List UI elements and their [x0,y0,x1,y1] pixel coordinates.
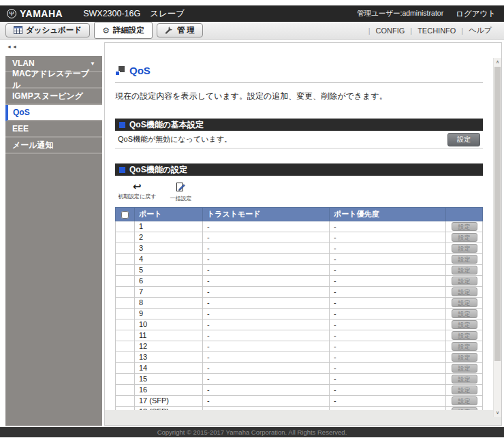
priority-cell: - [330,374,446,385]
sidebar-item-label: QoS [13,108,30,117]
section-title: QoS機能の基本設定 [129,119,204,131]
page-title: QoS [129,65,151,76]
scroll-thumb[interactable] [494,67,501,361]
trust-mode-cell: - [203,341,330,352]
column-header-actions [446,208,483,221]
port-cell: 14 [135,363,203,374]
bulk-configure-button[interactable]: 一括設定 [170,182,191,202]
scroll-down-icon[interactable]: ∨ [494,409,501,417]
trust-mode-cell: - [203,254,330,265]
copyright-text: Copyright © 2015-2017 Yamaha Corporation… [157,428,347,436]
restore-defaults-button[interactable]: ↩ 初期設定に戻す [118,182,156,202]
row-select-cell [116,363,135,374]
priority-cell: - [330,341,446,352]
panel-bottom-strip [105,410,501,425]
row-settings-button[interactable]: 設定 [452,331,477,340]
table-row: 8 - - 設定 [116,298,483,309]
port-cell: 15 [135,374,203,385]
row-settings-button[interactable]: 設定 [452,396,477,405]
table-row: 5 - - 設定 [116,265,483,276]
tab-label: 詳細設定 [113,25,144,35]
row-settings-button[interactable]: 設定 [452,353,477,362]
trust-mode-cell: - [203,221,330,232]
row-settings-button[interactable]: 設定 [452,244,477,253]
table-row: 11 - - 設定 [116,330,483,341]
row-select-cell [116,319,135,330]
chevron-down-icon: ▼ [90,61,95,67]
tab-dashboard[interactable]: ダッシュボード [5,23,90,37]
tab-label: 管 理 [177,25,195,35]
select-all-checkbox[interactable] [121,211,129,219]
qos-status-text: QoS機能が無効になっています。 [118,134,232,144]
link-techinfo[interactable]: TECHINFO [412,27,461,35]
column-header-trust-mode: トラストモード [203,208,330,221]
port-table-body: 1 - - 設定 2 - - 設定 3 - - 設定 4 - - 設定 5 - … [116,221,483,411]
row-settings-button[interactable]: 設定 [452,233,477,242]
section-title: QoS機能の設定 [129,164,187,176]
basic-settings-row: QoS機能が無効になっています。 設定 [115,131,483,148]
tab-advanced-settings[interactable]: ⚙ 詳細設定 [94,22,153,39]
row-settings-button[interactable]: 設定 [452,222,477,231]
link-help[interactable]: ヘルプ [463,25,497,35]
table-row: 14 - - 設定 [116,363,483,374]
row-settings-button[interactable]: 設定 [452,309,477,318]
basic-settings-button[interactable]: 設定 [447,133,480,146]
row-settings-button[interactable]: 設定 [452,277,477,285]
sidebar-item-eee[interactable]: EEE [5,121,102,138]
trust-mode-cell: - [203,276,330,287]
priority-cell: - [330,330,446,341]
row-settings-button[interactable]: 設定 [452,364,477,373]
port-cell: 4 [135,254,203,265]
row-settings-button[interactable]: 設定 [452,298,477,307]
priority-cell: - [330,265,446,276]
port-cell: 12 [135,341,203,352]
row-settings-button[interactable]: 設定 [452,407,477,410]
scroll-up-icon[interactable]: ∧ [494,58,501,66]
tool-label: 初期設定に戻す [118,193,156,200]
sidebar-item-label: IGMPスヌーピング [12,91,83,102]
row-select-cell [116,407,135,411]
row-select-cell [116,298,135,309]
column-header-priority: ポート優先度 [330,208,446,221]
port-cell: 3 [135,243,203,254]
port-cell: 5 [135,265,203,276]
priority-cell: - [330,232,446,243]
tool-label: 一括設定 [170,195,191,202]
tab-management[interactable]: 管 理 [157,23,203,37]
tab-bar: ダッシュボード ⚙ 詳細設定 管 理 | CONFIG | TECHINFO |… [0,22,504,40]
sidebar-item-mail-notification[interactable]: メール通知 [5,138,102,154]
trust-mode-cell: - [203,363,330,374]
row-settings-button[interactable]: 設定 [452,287,477,296]
table-row: 17 (SFP) - - 設定 [116,396,483,407]
footer: Copyright © 2015-2017 Yamaha Corporation… [0,427,504,437]
sidebar-collapse-button[interactable]: ◄◄ [7,44,18,49]
row-settings-button[interactable]: 設定 [452,320,477,329]
sidebar-item-mac-address-table[interactable]: MACアドレステーブル [5,72,102,89]
row-select-cell [116,374,135,385]
link-config[interactable]: CONFIG [370,27,410,35]
row-settings-button[interactable]: 設定 [452,266,477,275]
row-settings-button[interactable]: 設定 [452,255,477,264]
row-select-cell [116,330,135,341]
row-settings-button[interactable]: 設定 [452,342,477,351]
bulk-edit-icon [176,182,186,193]
scrollbar[interactable]: ∧ ∨ [493,58,501,417]
reset-icon: ↩ [133,182,142,191]
section-bullet-icon [119,167,125,173]
sidebar-item-qos[interactable]: QoS [5,105,102,121]
row-select-cell [116,385,135,396]
trust-mode-cell: - [203,319,330,330]
port-cell: 16 [135,385,203,396]
row-settings-button[interactable]: 設定 [452,386,477,394]
row-settings-button[interactable]: 設定 [452,375,477,384]
trust-mode-cell: - [203,330,330,341]
table-row: 16 - - 設定 [116,385,483,396]
trust-mode-cell: - [203,385,330,396]
trust-mode-cell: - [203,265,330,276]
logout-link[interactable]: ログアウト [456,9,496,19]
brand-name: YAMAHA [20,8,63,19]
page-title-row: QoS [115,65,483,83]
priority-cell: - [330,396,446,407]
table-row: 1 - - 設定 [116,221,483,232]
gear-icon: ⚙ [102,27,110,35]
